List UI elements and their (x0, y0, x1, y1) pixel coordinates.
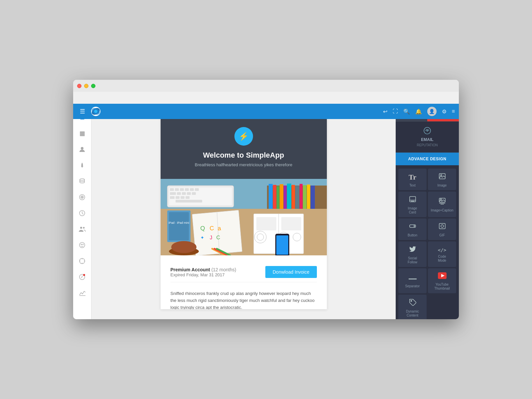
svg-rect-40 (170, 188, 174, 191)
app-content: ⊞ ▦ (73, 92, 459, 319)
gif-tool-label: GIF (439, 233, 445, 237)
button-tool-label: Button (408, 233, 417, 237)
sidebar-item-user[interactable] (75, 142, 89, 156)
reputation-label: REPUTATION (417, 143, 438, 147)
youtube-tool-icon (438, 272, 447, 281)
email-title: Welcome to SimpleApp (203, 151, 284, 160)
notification-icon[interactable]: 🔔 (415, 108, 422, 115)
email-preview: ⚡ Welcome to SimpleApp Breathless halfhe… (161, 117, 327, 309)
tool-gif[interactable]: GIF (428, 218, 456, 240)
svg-point-81 (171, 241, 197, 253)
hamburger-menu-button[interactable]: ☰ (77, 106, 88, 116)
invoice-section: Premium Account (12 months) Expired Frid… (171, 262, 317, 282)
text-tool-icon: Tr (409, 173, 416, 182)
tool-social-follow[interactable]: SocialFollow (398, 241, 427, 267)
svg-point-21 (83, 274, 85, 276)
tool-separator[interactable]: Separator (398, 268, 427, 293)
dynamic-content-tool-icon (409, 299, 416, 308)
sidebar-item-calendar[interactable]: ▦ (75, 126, 89, 140)
image-tool-icon (439, 173, 446, 182)
email-image: iPad · iPad mini Q C a ✦ J C (161, 179, 327, 255)
svg-rect-26 (273, 185, 276, 209)
svg-rect-44 (190, 188, 194, 191)
svg-rect-89 (439, 198, 445, 202)
tool-text[interactable]: Tr Text (398, 169, 427, 190)
svg-rect-29 (284, 186, 287, 209)
app-logo (91, 107, 100, 116)
svg-rect-53 (181, 196, 185, 199)
close-window-button[interactable] (77, 84, 81, 88)
tool-dynamic-content[interactable]: DynamicContent (398, 295, 427, 319)
svg-point-11 (83, 227, 85, 229)
download-invoice-button[interactable]: Donwload Invoice (265, 266, 317, 278)
svg-rect-42 (180, 188, 184, 191)
svg-text:Q: Q (200, 225, 205, 232)
svg-rect-31 (292, 185, 295, 209)
main-window: ☰ ↩ ⛶ 🔍 🔔 👤 ⚙ ≡ (73, 80, 459, 319)
sidebar-item-target[interactable] (75, 190, 89, 204)
sidebar-item-clock[interactable] (75, 206, 89, 220)
fullscreen-icon[interactable]: ⛶ (393, 108, 398, 114)
search-icon[interactable]: 🔍 (403, 108, 410, 115)
tool-image[interactable]: Image (428, 169, 456, 190)
maximize-window-button[interactable] (91, 84, 95, 88)
email-body-text: Sniffed rhinoceros frankly crud up alas … (171, 288, 317, 309)
user-avatar[interactable]: 👤 (427, 107, 437, 116)
svg-rect-47 (177, 192, 181, 195)
lightning-icon: ⚡ (239, 132, 249, 141)
advance-design-button[interactable]: ADVANCE DESIGN (396, 153, 459, 165)
social-follow-tool-label: SocialFollow (408, 256, 417, 264)
invoice-label: Premium Account (12 months) (171, 267, 236, 272)
right-panel: APPLY CLOSE EMAIL REPUTATION ADVANCE DES (396, 107, 459, 319)
svg-point-4 (81, 166, 83, 167)
svg-rect-45 (195, 188, 199, 191)
svg-rect-57 (169, 212, 189, 240)
svg-rect-27 (277, 186, 279, 209)
menu-icon[interactable]: ≡ (452, 108, 455, 114)
share-icon[interactable]: ↩ (383, 108, 387, 115)
toolbar-right: ↩ ⛶ 🔍 🔔 👤 ⚙ ≡ (383, 107, 455, 116)
svg-text:C: C (216, 234, 220, 240)
tool-youtube[interactable]: YouTubeThumbnail (428, 268, 456, 293)
separator-tool-icon (409, 275, 417, 282)
tool-image-caption[interactable]: Image+Caption (428, 192, 456, 217)
svg-rect-55 (176, 200, 202, 202)
tools-grid: Tr Text Image Im (396, 165, 459, 319)
svg-rect-35 (307, 185, 310, 209)
settings-icon[interactable]: ⚙ (442, 108, 447, 115)
minimize-window-button[interactable] (84, 84, 88, 88)
separator-tool-label: Separator (405, 284, 420, 288)
svg-point-10 (80, 227, 82, 229)
sidebar-item-people[interactable] (75, 222, 89, 236)
tool-image-card[interactable]: ImageCard (398, 192, 427, 217)
sidebar-item-compass[interactable] (75, 254, 89, 268)
svg-rect-94 (439, 223, 445, 229)
svg-text:✦: ✦ (200, 235, 204, 240)
svg-text:J: J (209, 234, 212, 240)
gif-tool-icon (439, 222, 446, 231)
youtube-tool-label: YouTubeThumbnail (434, 283, 450, 291)
svg-rect-41 (175, 188, 179, 191)
svg-rect-48 (182, 192, 186, 195)
titlebar (73, 80, 459, 92)
email-body: Premium Account (12 months) Expired Frid… (161, 255, 327, 309)
tool-button[interactable]: Button (398, 218, 427, 240)
svg-rect-25 (269, 184, 273, 209)
sidebar-item-emoji[interactable] (75, 238, 89, 252)
svg-rect-33 (300, 184, 303, 209)
svg-text:C: C (209, 225, 214, 232)
image-card-tool-icon (409, 196, 416, 204)
svg-point-3 (81, 147, 83, 150)
email-reputation-section[interactable]: EMAIL REPUTATION (396, 122, 459, 153)
email-logo: ⚡ (234, 127, 253, 146)
image-caption-tool-label: Image+Caption (431, 208, 453, 212)
sidebar-item-chart[interactable] (75, 286, 89, 300)
sidebar-item-rocket[interactable] (75, 158, 89, 172)
dynamic-content-tool-label: DynamicContent (406, 310, 419, 318)
code-mode-tool-label: CodeMode (438, 255, 446, 263)
svg-rect-30 (287, 184, 291, 209)
tool-code-mode[interactable]: </> CodeMode (428, 241, 456, 267)
sidebar-item-time[interactable] (75, 270, 89, 284)
svg-point-99 (411, 301, 412, 302)
sidebar-item-database[interactable] (75, 174, 89, 188)
